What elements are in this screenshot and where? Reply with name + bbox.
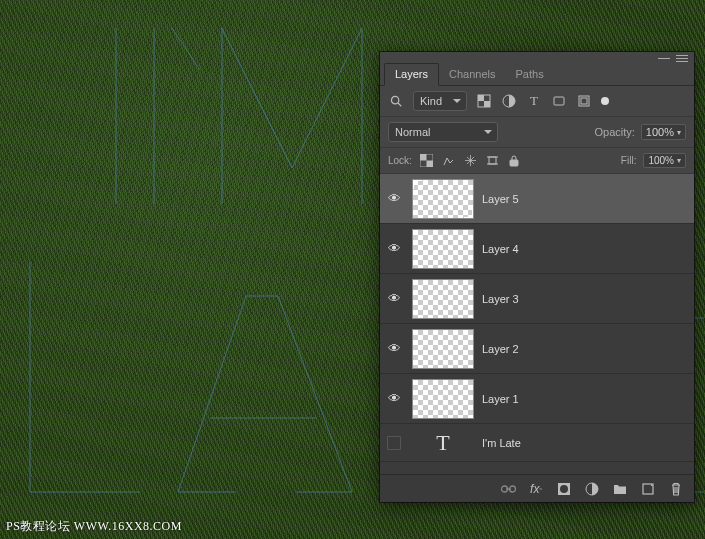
layer-name[interactable]: Layer 5 [482, 193, 519, 205]
trash-icon[interactable] [668, 481, 684, 497]
type-layer-icon: T [436, 430, 449, 456]
filter-shape-icon[interactable] [551, 93, 567, 109]
svg-point-39 [560, 485, 568, 493]
svg-rect-22 [478, 95, 484, 101]
layer-row-text[interactable]: T I'm Late [380, 424, 694, 462]
lock-row: Lock: Fill: 100%▾ [380, 148, 694, 174]
opacity-field[interactable]: 100%▾ [641, 124, 686, 140]
lock-all-icon[interactable] [507, 153, 522, 168]
layer-name[interactable]: Layer 2 [482, 343, 519, 355]
opacity-label: Opacity: [595, 126, 635, 138]
visibility-toggle[interactable]: 👁 [384, 291, 404, 306]
adjustment-layer-icon[interactable] [584, 481, 600, 497]
layer-row[interactable]: 👁 Layer 2 [380, 324, 694, 374]
visibility-toggle[interactable] [387, 436, 401, 450]
filter-adjust-icon[interactable] [501, 93, 517, 109]
layers-panel: Layers Channels Paths Kind T Normal Opac… [380, 52, 694, 502]
svg-line-5 [292, 28, 362, 168]
filter-pixel-icon[interactable] [476, 93, 492, 109]
visibility-toggle[interactable]: 👁 [384, 241, 404, 256]
watermark-text: PS教程论坛 WWW.16XX8.COM [6, 518, 182, 535]
tab-channels[interactable]: Channels [439, 64, 505, 85]
fx-icon[interactable]: fx▫ [528, 481, 544, 497]
visibility-toggle[interactable]: 👁 [384, 341, 404, 356]
layer-mask-icon[interactable] [556, 481, 572, 497]
svg-rect-23 [484, 101, 490, 107]
svg-rect-31 [489, 157, 496, 164]
lock-transparent-icon[interactable] [419, 153, 434, 168]
search-icon [388, 93, 404, 109]
layer-row[interactable]: 👁 Layer 5 [380, 174, 694, 224]
panel-tabs: Layers Channels Paths [380, 64, 694, 86]
tab-layers[interactable]: Layers [384, 63, 439, 86]
filter-smart-icon[interactable] [576, 93, 592, 109]
link-layers-icon[interactable] [500, 481, 516, 497]
blend-row: Normal Opacity: 100%▾ [380, 117, 694, 148]
lock-label: Lock: [388, 155, 412, 166]
panel-menu-icon[interactable] [676, 55, 688, 62]
filter-type-icon[interactable]: T [526, 93, 542, 109]
lock-image-icon[interactable] [441, 153, 456, 168]
layer-name[interactable]: I'm Late [482, 437, 521, 449]
fill-field[interactable]: 100%▾ [643, 153, 686, 168]
layer-row[interactable]: 👁 Layer 1 [380, 374, 694, 424]
svg-rect-34 [510, 160, 518, 166]
layer-name[interactable]: Layer 1 [482, 393, 519, 405]
layer-filter-bar: Kind T [380, 86, 694, 117]
fill-label: Fill: [621, 155, 637, 166]
tab-paths[interactable]: Paths [506, 64, 554, 85]
filter-kind-select[interactable]: Kind [413, 91, 467, 111]
svg-line-12 [278, 296, 352, 492]
layer-name[interactable]: Layer 4 [482, 243, 519, 255]
svg-rect-25 [554, 97, 564, 105]
layer-thumbnail[interactable] [412, 379, 474, 419]
layer-list: 👁 Layer 5 👁 Layer 4 👁 Layer 3 👁 Layer 2 … [380, 174, 694, 474]
svg-point-19 [391, 96, 398, 103]
lock-position-icon[interactable] [463, 153, 478, 168]
svg-rect-30 [426, 161, 433, 168]
layer-thumbnail[interactable] [412, 179, 474, 219]
svg-line-4 [222, 28, 292, 168]
new-layer-icon[interactable] [640, 481, 656, 497]
layers-footer: fx▫ [380, 474, 694, 502]
group-icon[interactable] [612, 481, 628, 497]
blend-mode-select[interactable]: Normal [388, 122, 498, 142]
svg-line-10 [178, 296, 246, 492]
layer-name[interactable]: Layer 3 [482, 293, 519, 305]
lock-artboard-icon[interactable] [485, 153, 500, 168]
layer-thumbnail[interactable] [412, 329, 474, 369]
svg-rect-29 [420, 154, 427, 161]
layer-thumbnail[interactable] [412, 229, 474, 269]
filter-toggle-icon[interactable] [601, 97, 609, 105]
layer-row[interactable]: 👁 Layer 4 [380, 224, 694, 274]
svg-line-2 [172, 28, 200, 70]
svg-line-20 [398, 103, 401, 106]
svg-rect-27 [581, 98, 587, 104]
visibility-toggle[interactable]: 👁 [384, 191, 404, 206]
layer-thumbnail[interactable] [412, 279, 474, 319]
layer-row[interactable]: 👁 Layer 3 [380, 274, 694, 324]
visibility-toggle[interactable]: 👁 [384, 391, 404, 406]
collapse-icon[interactable] [658, 58, 670, 59]
